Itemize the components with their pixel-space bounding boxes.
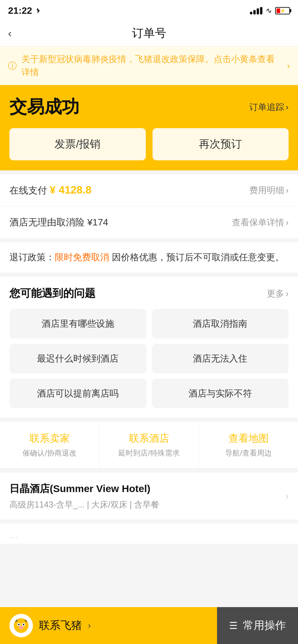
ops-label: 常用操作 <box>243 618 286 633</box>
faq-item-6[interactable]: 酒店与实际不符 <box>152 379 289 408</box>
partial-section: … <box>0 524 298 544</box>
pig-mascot-icon <box>13 617 30 634</box>
faq-header: 您可能遇到的问题 更多 › <box>9 286 289 301</box>
notice-arrow-icon: › <box>287 61 290 71</box>
faq-item-2[interactable]: 酒店取消指南 <box>152 309 289 338</box>
faq-item-3[interactable]: 最迟什么时候到酒店 <box>9 344 146 373</box>
hotel-section[interactable]: 日晶酒店(Summer View Hotel) 高级房1143-含早_... |… <box>0 473 298 520</box>
battery-icon: ⚡ <box>275 7 290 14</box>
policy-text: 退订政策：限时免费取消 因价格优惠，预订后不可取消或任意变更。 <box>9 250 289 265</box>
success-section: 交易成功 订单追踪 › 发票/报销 再次预订 <box>0 85 298 170</box>
payment-section: 在线支付 ¥ 4128.8 费用明细 › 酒店无理由取消险 ¥174 查看保单详… <box>0 174 298 238</box>
payment-row: 在线支付 ¥ 4128.8 费用明细 › <box>0 174 298 207</box>
faq-more-arrow-icon: › <box>286 288 289 299</box>
page-title: 订单号 <box>132 25 166 41</box>
notice-banner[interactable]: ⓘ 关于新型冠状病毒肺炎疫情，飞猪退改政策保障。点击小黄条查看详情 › <box>0 47 298 85</box>
insurance-link[interactable]: 查看保单详情 › <box>232 217 289 228</box>
payment-price: ¥ 4128.8 <box>50 184 92 196</box>
faq-item-1[interactable]: 酒店里有哪些设施 <box>9 309 146 338</box>
contact-feizhu-label: 联系飞猪 <box>39 618 82 633</box>
success-header: 交易成功 订单追踪 › <box>9 95 289 119</box>
bottom-bar: 联系飞猪 › ☰ 常用操作 <box>0 607 298 644</box>
payment-label: 在线支付 ¥ 4128.8 <box>9 184 91 197</box>
notice-icon: ⓘ <box>8 60 17 72</box>
contact-seller-item[interactable]: 联系卖家 催确认/协商退改 <box>0 422 99 468</box>
order-track-link[interactable]: 订单追踪 › <box>249 101 289 113</box>
hotel-name: 日晶酒店(Summer View Hotel) <box>9 482 286 496</box>
contact-feizhu-arrow-icon: › <box>88 621 91 630</box>
contact-map-name: 查看地图 <box>228 432 269 445</box>
detail-arrow-icon: › <box>286 185 289 196</box>
hotel-detail: 高级房1143-含早_... | 大床/双床 | 含早餐 <box>9 499 286 510</box>
status-bar: 21:22 ∿ ⚡ <box>0 0 298 20</box>
success-title: 交易成功 <box>9 95 79 119</box>
contact-seller-desc: 催确认/协商退改 <box>23 448 76 458</box>
success-buttons: 发票/报销 再次预订 <box>9 128 289 160</box>
time-display: 21:22 <box>8 5 32 16</box>
hotel-info: 日晶酒店(Summer View Hotel) 高级房1143-含早_... |… <box>9 482 286 510</box>
wifi-icon: ∿ <box>266 6 272 15</box>
status-icons: ∿ ⚡ <box>250 6 290 15</box>
location-icon <box>34 7 41 14</box>
invoice-button[interactable]: 发票/报销 <box>9 128 146 160</box>
contact-hotel-name: 联系酒店 <box>129 432 169 445</box>
contact-hotel-desc: 延时到店/特殊需求 <box>118 448 179 458</box>
policy-section: 退订政策：限时免费取消 因价格优惠，预订后不可取消或任意变更。 <box>0 242 298 273</box>
contact-section: 联系卖家 催确认/协商退改 联系酒店 延时到店/特殊需求 查看地图 导航/查看周… <box>0 422 298 469</box>
common-ops-button[interactable]: ☰ 常用操作 <box>217 607 298 644</box>
contact-feizhu-button[interactable]: 联系飞猪 › <box>0 607 217 644</box>
svg-point-3 <box>18 624 20 626</box>
faq-section: 您可能遇到的问题 更多 › 酒店里有哪些设施 酒店取消指南 最迟什么时候到酒店 … <box>0 277 298 418</box>
insurance-arrow-icon: › <box>286 217 289 228</box>
contact-seller-name: 联系卖家 <box>30 432 70 445</box>
feizhu-avatar <box>9 614 33 637</box>
faq-item-4[interactable]: 酒店无法入住 <box>152 344 289 373</box>
contact-map-item[interactable]: 查看地图 导航/查看周边 <box>199 422 298 468</box>
nav-header: ‹ 订单号 <box>0 20 298 47</box>
svg-point-7 <box>21 627 23 628</box>
faq-more-link[interactable]: 更多 › <box>267 288 289 300</box>
faq-item-5[interactable]: 酒店可以提前离店吗 <box>9 379 146 408</box>
insurance-row: 酒店无理由取消险 ¥174 查看保单详情 › <box>0 207 298 238</box>
payment-detail-link[interactable]: 费用明细 › <box>249 184 289 196</box>
hotel-arrow-icon: › <box>286 491 289 501</box>
notice-text: 关于新型冠状病毒肺炎疫情，飞猪退改政策保障。点击小黄条查看详情 <box>22 53 282 79</box>
insurance-label: 酒店无理由取消险 ¥174 <box>9 216 108 229</box>
contact-map-desc: 导航/查看周边 <box>225 448 271 458</box>
faq-grid: 酒店里有哪些设施 酒店取消指南 最迟什么时候到酒店 酒店无法入住 酒店可以提前离… <box>9 309 289 408</box>
policy-highlight: 限时免费取消 <box>55 252 109 262</box>
svg-point-6 <box>20 627 21 628</box>
status-time: 21:22 <box>8 5 41 16</box>
faq-title: 您可能遇到的问题 <box>9 286 95 301</box>
ops-icon: ☰ <box>229 620 238 631</box>
order-track-arrow-icon: › <box>286 102 289 112</box>
svg-point-4 <box>23 624 25 626</box>
back-button[interactable]: ‹ <box>8 28 12 39</box>
signal-icon <box>250 7 262 14</box>
rebook-button[interactable]: 再次预订 <box>153 128 289 160</box>
contact-hotel-item[interactable]: 联系酒店 延时到店/特殊需求 <box>99 422 199 468</box>
